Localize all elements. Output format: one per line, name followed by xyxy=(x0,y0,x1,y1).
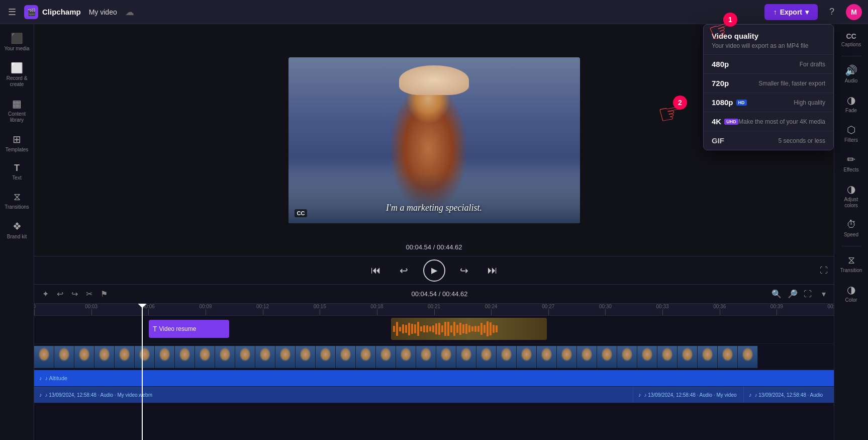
purple-clip-label: Video resume xyxy=(159,325,197,332)
tracks-container[interactable]: 000:0300:0600:0900:1200:1500:1800:2100:2… xyxy=(34,304,834,440)
filters-label: Filters xyxy=(844,137,858,143)
audio-track-altitude[interactable]: ♪ ♪ Altitude xyxy=(34,370,834,386)
timeline-undo-button[interactable]: ↩ xyxy=(55,287,65,301)
quality-label-720p: 720p xyxy=(712,79,729,87)
sidebar-item-adjust-colors[interactable]: ◑ Adjust colors xyxy=(836,179,866,213)
sidebar-label-brand-kit: Brand kit xyxy=(7,234,27,240)
sidebar-label-content-library: Content library xyxy=(4,111,30,123)
quality-option-4k[interactable]: 4K UHD Make the most of your 4K media xyxy=(704,112,833,131)
sidebar-item-transitions[interactable]: ⧖ Transitions xyxy=(2,187,32,214)
timeline-collapse-button[interactable]: ▾ xyxy=(820,287,828,301)
sidebar-item-audio[interactable]: 🔊 Audio xyxy=(836,60,866,88)
audio-label: Audio xyxy=(845,78,858,84)
sidebar-item-color[interactable]: ◑ Color xyxy=(836,280,866,307)
topbar-right: ↑ Export ▾ ? M xyxy=(764,4,862,20)
app-logo: 🎬 Clipchamp xyxy=(24,5,81,19)
export-dropdown: Video quality Your video will export as … xyxy=(703,24,834,150)
help-button[interactable]: ? xyxy=(824,4,840,20)
color-label: Color xyxy=(845,297,857,303)
export-button[interactable]: ↑ Export ▾ xyxy=(764,4,818,20)
audio-2c-icon: ♪ xyxy=(749,392,752,398)
sidebar-item-your-media[interactable]: ⬛ Your media xyxy=(2,28,32,56)
playhead[interactable] xyxy=(142,304,143,440)
sidebar-item-transition[interactable]: ⧖ Transition xyxy=(836,250,866,278)
sidebar-item-content-library[interactable]: ▦ Content library xyxy=(2,94,32,127)
effects-icon: ✏ xyxy=(847,153,855,165)
rewind-button[interactable]: ↩ xyxy=(395,261,413,280)
captions-label: Captions xyxy=(841,42,861,48)
audio-track-webm[interactable]: ♪ ♪ 13/09/2024, 12:58:48 · Audio · My vi… xyxy=(34,387,633,403)
timeline-toolbar: ✦ ↩ ↪ ✂ ⚑ 00:04.54 / 00:44.62 🔍 🔎 ⛶ ▾ xyxy=(34,285,834,304)
quality-option-gif[interactable]: GIF 5 seconds or less xyxy=(704,131,833,150)
video-background: I'm a marketing specialist. CC xyxy=(288,57,580,223)
timeline-flag-button[interactable]: ⚑ xyxy=(99,287,110,301)
filters-icon: ⬡ xyxy=(847,124,855,136)
right-sidebar: CC Captions 🔊 Audio ◑ Fade ⬡ Filters ✏ E… xyxy=(834,24,868,440)
app-name: Clipchamp xyxy=(42,8,81,16)
zoom-controls: 🔍 🔎 ⛶ xyxy=(769,287,814,301)
sidebar-item-filters[interactable]: ⬡ Filters xyxy=(836,120,866,147)
audio-track-2c[interactable]: ♪ ♪ 13/09/2024, 12:58:48 · Audio xyxy=(743,387,834,403)
speed-icon: ⏱ xyxy=(846,219,856,230)
quality-option-480p[interactable]: 480p For drafts xyxy=(704,55,833,74)
time-current: 00:04.54 xyxy=(406,243,431,251)
quality-label-480p: 480p xyxy=(712,60,729,68)
quality-desc-4k: Make the most of your 4K media xyxy=(738,118,825,125)
captions-icon: CC xyxy=(846,32,856,40)
fullscreen-button[interactable]: ⛶ xyxy=(820,266,828,275)
timeline-expand-button[interactable]: ⛶ xyxy=(802,288,814,301)
sidebar-item-text[interactable]: T Text xyxy=(2,159,32,185)
dropdown-header: Video quality Your video will export as … xyxy=(704,25,833,55)
avatar-button[interactable]: M xyxy=(846,4,862,20)
audio-track-2b[interactable]: ♪ ♪ 13/09/2024, 12:58:48 · Audio · My vi… xyxy=(633,387,743,403)
waveform-bg xyxy=(391,318,547,340)
altitude-icon: ♪ xyxy=(39,375,42,381)
adjust-colors-label: Adjust colors xyxy=(838,197,864,209)
quality-option-1080p[interactable]: 1080p HD High quality xyxy=(704,93,833,112)
transition-label: Transition xyxy=(840,268,862,274)
templates-icon: ⊞ xyxy=(13,133,21,145)
timeline-magic-button[interactable]: ✦ xyxy=(40,287,51,301)
quality-label-gif: GIF xyxy=(712,136,724,145)
hd-badge: HD xyxy=(736,100,747,106)
quality-desc-480p: For drafts xyxy=(800,61,825,68)
sidebar-item-fade[interactable]: ◑ Fade xyxy=(836,90,866,118)
sidebar-item-brand-kit[interactable]: ❖ Brand kit xyxy=(2,216,32,244)
video-container: I'm a marketing specialist. CC xyxy=(288,57,580,223)
video-person xyxy=(288,57,580,223)
skip-to-start-button[interactable]: ⏮ xyxy=(367,261,385,280)
skip-to-end-button[interactable]: ⏭ xyxy=(484,261,502,280)
sidebar-item-templates[interactable]: ⊞ Templates xyxy=(2,129,32,157)
altitude-label: ♪ Altitude xyxy=(45,375,68,381)
sidebar-item-effects[interactable]: ✏ Effects xyxy=(836,149,866,177)
color-icon: ◑ xyxy=(847,284,855,296)
project-name[interactable]: My video xyxy=(89,8,117,16)
transition-icon: ⧖ xyxy=(848,254,855,266)
audio-2c-label: ♪ 13/09/2024, 12:58:48 · Audio xyxy=(755,392,823,398)
audio-2b-icon: ♪ xyxy=(638,392,641,398)
sidebar-item-speed[interactable]: ⏱ Speed xyxy=(836,215,866,242)
timeline-cut-button[interactable]: ✂ xyxy=(84,287,94,301)
sidebar-label-text: Text xyxy=(12,175,21,181)
sidebar-item-captions[interactable]: CC Captions xyxy=(836,28,866,52)
video-subtitle: I'm a marketing specialist. xyxy=(386,203,482,213)
timeline-redo-button[interactable]: ↪ xyxy=(69,287,80,301)
purple-clip[interactable]: T Video resume xyxy=(149,320,229,338)
zoom-in-button[interactable]: 🔎 xyxy=(786,287,800,301)
sidebar-label-templates: Templates xyxy=(6,147,29,153)
sidebar-label-record-create: Record & create xyxy=(4,75,30,87)
forward-button[interactable]: ↪ xyxy=(455,261,473,280)
text-icon: T xyxy=(14,163,20,173)
cc-badge[interactable]: CC xyxy=(295,209,308,217)
effects-label: Effects xyxy=(843,167,858,173)
quality-option-720p[interactable]: 720p Smaller file, faster export xyxy=(704,74,833,93)
zoom-out-button[interactable]: 🔍 xyxy=(769,287,784,301)
waveform-track[interactable] xyxy=(391,318,547,340)
time-total: 00:44.62 xyxy=(437,243,462,251)
play-button[interactable]: ▶ xyxy=(423,259,445,282)
hamburger-button[interactable]: ☰ xyxy=(6,5,18,20)
purple-clip-icon: T xyxy=(153,325,157,333)
fade-label: Fade xyxy=(845,108,857,114)
sidebar-item-record-create[interactable]: ⬜ Record & create xyxy=(2,58,32,92)
playback-controls: 00:04.54 / 00:44.62 ⏮ ↩ ▶ ↪ ⏭ ⛶ xyxy=(34,256,834,284)
